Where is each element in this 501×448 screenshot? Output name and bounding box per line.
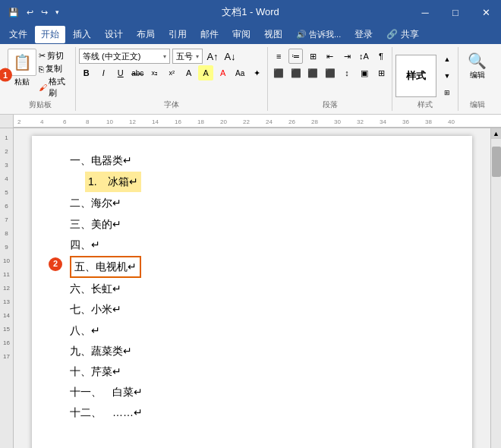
svg-text:38: 38 bbox=[425, 118, 432, 125]
maximize-button[interactable]: □ bbox=[440, 0, 471, 24]
font-family-combo[interactable]: 等线 (中文正文) ▾ bbox=[79, 49, 170, 64]
bold-button[interactable]: B bbox=[79, 65, 93, 80]
clipboard-label: 剪贴板 bbox=[5, 99, 75, 111]
paste-label: 粘贴 bbox=[14, 77, 30, 87]
scroll-track[interactable] bbox=[491, 139, 501, 448]
menu-references[interactable]: 引用 bbox=[162, 26, 193, 43]
styles-expand[interactable]: ⊞ bbox=[440, 85, 455, 100]
underline-button[interactable]: U bbox=[113, 65, 128, 80]
align-center-button[interactable]: ⬛ bbox=[288, 65, 303, 80]
font-color-button[interactable]: A bbox=[181, 65, 196, 80]
menu-insert[interactable]: 插入 bbox=[67, 26, 97, 43]
horizontal-ruler: 2 4 6 8 10 12 14 16 18 20 22 24 26 28 30… bbox=[0, 115, 501, 128]
clear-format-button[interactable]: ✦ bbox=[250, 65, 264, 80]
undo-icon[interactable]: ↩ bbox=[24, 6, 36, 19]
num-list-button[interactable]: ≔ bbox=[288, 49, 303, 64]
outlined-text: 五、电视机↵ bbox=[70, 256, 141, 278]
scroll-thumb[interactable] bbox=[492, 147, 501, 177]
styles-down-arrow[interactable]: ▼ bbox=[440, 68, 455, 84]
align-left-button[interactable]: ⬛ bbox=[271, 65, 285, 80]
list-item: 二、海尔↵ bbox=[70, 194, 434, 213]
step2-line: 2 五、电视机↵ bbox=[70, 256, 434, 278]
ruler-marks: 2 4 6 8 10 12 14 16 18 20 22 24 26 28 30… bbox=[14, 115, 501, 128]
svg-text:2: 2 bbox=[17, 118, 21, 125]
increase-indent-button[interactable]: ⇥ bbox=[339, 49, 354, 64]
find-button[interactable]: 🔍 编辑 bbox=[468, 52, 487, 80]
styles-label: 样式 bbox=[392, 99, 458, 111]
cut-button[interactable]: ✂ 剪切 bbox=[39, 50, 72, 62]
decrease-indent-button[interactable]: ⇤ bbox=[323, 49, 337, 64]
svg-text:20: 20 bbox=[220, 118, 227, 125]
titlebar: 💾 ↩ ↪ ▾ 文档1 - Word ─ □ ✕ bbox=[0, 0, 501, 24]
border-button[interactable]: ⊞ bbox=[373, 65, 388, 80]
menu-mail[interactable]: 邮件 bbox=[194, 26, 225, 43]
strikethrough-button[interactable]: abc bbox=[130, 65, 144, 80]
superscript-button[interactable]: x² bbox=[164, 65, 178, 80]
document-page: 一、电器类↵ 1. 冰箱↵ 二、海尔↵ 三、美的↵ 四、↵ bbox=[32, 136, 472, 448]
menu-share[interactable]: 🔗 共享 bbox=[380, 26, 424, 43]
svg-text:6: 6 bbox=[63, 118, 67, 125]
save-icon[interactable]: 💾 bbox=[6, 6, 21, 19]
menu-home[interactable]: 开始 bbox=[35, 26, 65, 43]
styles-group: 样式 ▲ ▼ ⊞ 样式 bbox=[392, 47, 458, 111]
menu-help[interactable]: 🔊 告诉我... bbox=[290, 27, 347, 43]
svg-text:36: 36 bbox=[402, 118, 409, 125]
list-item: 四、↵ bbox=[70, 235, 434, 254]
window-controls: ─ □ ✕ bbox=[410, 0, 501, 24]
svg-text:26: 26 bbox=[288, 118, 295, 125]
menu-layout[interactable]: 布局 bbox=[131, 26, 161, 43]
menu-review[interactable]: 审阅 bbox=[226, 26, 257, 43]
list-item: 1. 冰箱↵ bbox=[70, 172, 434, 192]
svg-text:16: 16 bbox=[175, 118, 181, 125]
svg-text:22: 22 bbox=[243, 118, 250, 125]
document-content[interactable]: 一、电器类↵ 1. 冰箱↵ 二、海尔↵ 三、美的↵ 四、↵ bbox=[70, 151, 434, 422]
menu-design[interactable]: 设计 bbox=[99, 26, 129, 43]
svg-text:28: 28 bbox=[311, 118, 318, 125]
svg-text:10: 10 bbox=[106, 118, 113, 125]
find-icon: 🔍 bbox=[468, 52, 487, 70]
scroll-up-button[interactable]: ▲ bbox=[491, 128, 502, 139]
menubar: 文件 开始 插入 设计 布局 引用 邮件 审阅 视图 🔊 告诉我... 登录 🔗… bbox=[0, 24, 501, 44]
format-painter-button[interactable]: 🖌 格式刷 bbox=[39, 76, 72, 99]
show-marks-button[interactable]: ¶ bbox=[373, 49, 388, 64]
font-group: 等线 (中文正文) ▾ 五号 ▾ A↑ A↓ B I U abc x₂ x² A… bbox=[76, 47, 268, 111]
shading-button[interactable]: ▣ bbox=[357, 65, 371, 80]
font-shrink-button[interactable]: A↓ bbox=[222, 49, 238, 64]
menu-signin[interactable]: 登录 bbox=[348, 26, 379, 43]
quick-access-toolbar: 💾 ↩ ↪ ▾ bbox=[6, 6, 61, 19]
font-size-combo[interactable]: 五号 ▾ bbox=[172, 49, 203, 64]
list-item: 九、蔬菜类↵ bbox=[70, 342, 434, 361]
menu-file[interactable]: 文件 bbox=[3, 26, 33, 43]
window-title: 文档1 - Word bbox=[222, 5, 279, 19]
highlight-color-button[interactable]: A bbox=[198, 65, 213, 80]
subscript-button[interactable]: x₂ bbox=[147, 65, 162, 80]
styles-up-arrow[interactable]: ▲ bbox=[440, 52, 455, 67]
justify-button[interactable]: ⬛ bbox=[323, 65, 337, 80]
sort-button[interactable]: ↕A bbox=[357, 49, 371, 64]
change-case-button[interactable]: Aa bbox=[232, 65, 247, 80]
redo-icon[interactable]: ↪ bbox=[39, 6, 50, 19]
copy-icon: ⎘ bbox=[39, 65, 44, 74]
font-grow-button[interactable]: A↑ bbox=[205, 49, 220, 64]
styles-gallery[interactable]: 样式 bbox=[395, 55, 436, 97]
menu-view[interactable]: 视图 bbox=[258, 26, 288, 43]
line-spacing-button[interactable]: ↕ bbox=[339, 65, 354, 80]
svg-text:30: 30 bbox=[334, 118, 341, 125]
align-right-button[interactable]: ⬛ bbox=[305, 65, 320, 80]
vertical-scrollbar[interactable]: ▲ ▼ bbox=[490, 128, 501, 448]
copy-button[interactable]: ⎘ 复制 bbox=[39, 63, 72, 74]
customize-icon[interactable]: ▾ bbox=[53, 7, 61, 17]
multilevel-list-button[interactable]: ⊞ bbox=[305, 49, 320, 64]
editing-label: 编辑 bbox=[458, 99, 496, 111]
document-scroll[interactable]: 一、电器类↵ 1. 冰箱↵ 二、海尔↵ 三、美的↵ 四、↵ bbox=[14, 128, 490, 448]
italic-button[interactable]: I bbox=[96, 65, 111, 80]
list-item: 三、美的↵ bbox=[70, 215, 434, 234]
font-color2-button[interactable]: A bbox=[216, 65, 230, 80]
ribbon: 1 📋 粘贴 ✂ 剪切 ⎘ 复制 🖌 bbox=[0, 44, 501, 115]
list-item: 十、芹菜↵ bbox=[70, 362, 434, 381]
minimize-button[interactable]: ─ bbox=[410, 0, 440, 24]
ruler-corner bbox=[0, 115, 14, 128]
bullet-list-button[interactable]: ≡ bbox=[271, 49, 285, 64]
close-button[interactable]: ✕ bbox=[471, 0, 501, 24]
list-item: 十二、 ……↵ bbox=[70, 403, 434, 422]
